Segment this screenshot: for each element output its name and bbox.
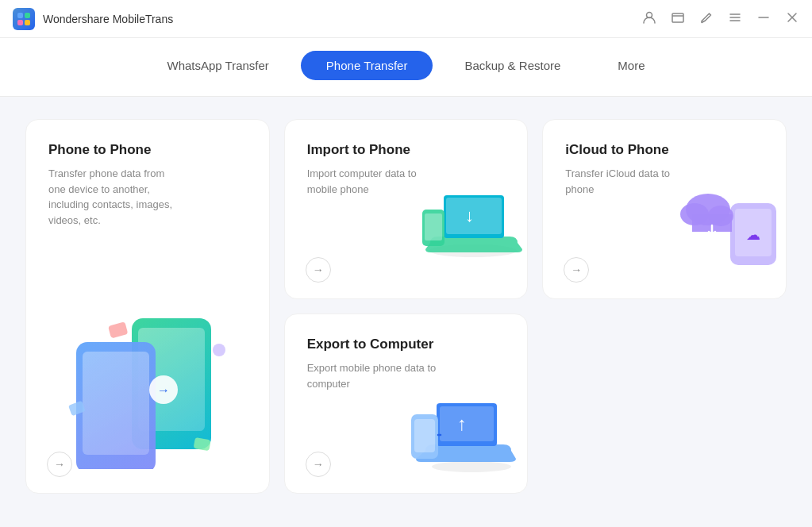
icloud-arrow[interactable]: →	[564, 257, 589, 283]
svg-rect-1	[25, 13, 30, 18]
card-export-title: Export to Computer	[307, 337, 506, 352]
card-phone-to-phone-title: Phone to Phone	[48, 142, 247, 158]
phone-to-phone-arrow[interactable]: →	[47, 452, 72, 477]
svg-rect-20	[446, 198, 502, 234]
svg-rect-0	[17, 13, 23, 18]
app-icon	[13, 8, 35, 30]
card-export-to-computer[interactable]: Export to Computer Export mobile phone d…	[284, 314, 529, 494]
menu-icon[interactable]	[728, 10, 742, 28]
card-import-title: Import to Phone	[307, 142, 506, 158]
tab-backup-restore[interactable]: Backup & Restore	[439, 51, 586, 80]
edit-icon[interactable]	[699, 10, 714, 28]
nav-tabs: WhatsApp Transfer Phone Transfer Backup …	[0, 38, 812, 97]
svg-rect-36	[414, 419, 435, 452]
svg-rect-23	[425, 213, 442, 240]
svg-rect-33	[440, 406, 494, 441]
tab-more[interactable]: More	[592, 51, 670, 80]
svg-text:→: →	[157, 383, 170, 397]
svg-rect-3	[25, 20, 30, 25]
export-illustration: ↑	[408, 373, 519, 476]
export-arrow[interactable]: →	[306, 452, 331, 477]
phone-to-phone-illustration: →	[60, 302, 235, 461]
titlebar-left: Wondershare MobileTrans	[13, 8, 173, 30]
icloud-illustration: ☁	[675, 171, 778, 267]
svg-text:↑: ↑	[457, 413, 467, 434]
svg-text:↓: ↓	[465, 206, 474, 225]
profile-icon[interactable]	[642, 10, 656, 28]
import-arrow[interactable]: →	[306, 257, 331, 283]
card-phone-to-phone[interactable]: Phone to Phone Transfer phone data from …	[25, 119, 270, 494]
titlebar-controls	[642, 10, 799, 28]
app-title: Wondershare MobileTrans	[43, 13, 173, 25]
svg-point-16	[213, 344, 225, 356]
svg-rect-5	[672, 13, 683, 22]
tab-phone-transfer[interactable]: Phone Transfer	[301, 51, 433, 80]
minimize-icon[interactable]	[756, 10, 771, 28]
card-phone-to-phone-desc: Transfer phone data from one device to a…	[48, 166, 183, 228]
card-import-to-phone[interactable]: Import to Phone Import computer data to …	[284, 119, 529, 299]
close-icon[interactable]	[785, 10, 799, 28]
tab-whatsapp[interactable]: WhatsApp Transfer	[141, 51, 294, 80]
svg-point-31	[432, 461, 511, 472]
svg-rect-11	[83, 352, 149, 455]
svg-text:☁: ☁	[746, 227, 760, 243]
titlebar: Wondershare MobileTrans	[0, 0, 812, 38]
import-illustration: ↓	[416, 171, 519, 267]
window-icon[interactable]	[671, 10, 685, 28]
main-content: Phone to Phone Transfer phone data from …	[0, 97, 812, 516]
card-icloud-title: iCloud to Phone	[565, 142, 764, 158]
card-icloud-to-phone[interactable]: iCloud to Phone Transfer iCloud data to …	[542, 119, 787, 299]
svg-rect-2	[17, 20, 23, 25]
svg-rect-14	[108, 321, 128, 338]
